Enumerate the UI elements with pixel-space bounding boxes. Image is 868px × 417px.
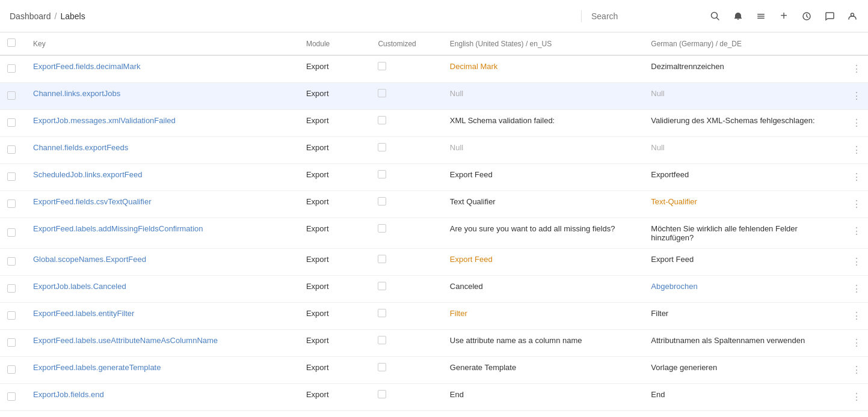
- breadcrumb-dashboard[interactable]: Dashboard: [10, 11, 51, 21]
- customized-checkbox[interactable]: [378, 170, 386, 178]
- row-key: Channel.fields.exportFeeds: [26, 137, 299, 164]
- customized-checkbox[interactable]: [378, 390, 386, 398]
- row-key: ExportFeed.labels.useAttributeNameAsColu…: [26, 330, 299, 357]
- select-all-checkbox[interactable]: [7, 38, 16, 47]
- row-checkbox[interactable]: [7, 118, 16, 127]
- row-checkbox-cell: [0, 110, 26, 137]
- key-link[interactable]: Channel.links.exportJobs: [33, 89, 120, 98]
- row-de: Abgebrochen: [644, 276, 845, 303]
- customized-checkbox[interactable]: [378, 363, 386, 371]
- key-link[interactable]: ExportFeed.labels.addMissingFieldsConfir…: [33, 224, 203, 233]
- row-checkbox[interactable]: [7, 284, 16, 293]
- row-action-menu[interactable]: ⋮: [852, 170, 861, 184]
- user-icon[interactable]: [846, 10, 858, 22]
- key-link[interactable]: ScheduledJob.links.exportFeed: [33, 170, 142, 179]
- row-checkbox[interactable]: [7, 365, 16, 374]
- key-link[interactable]: Global.scopeNames.ExportFeed: [33, 255, 146, 264]
- row-action: ⋮: [845, 249, 868, 276]
- breadcrumb: Dashboard / Labels: [10, 11, 571, 21]
- table-row: ExportFeed.labels.addMissingFieldsConfir…: [0, 218, 868, 249]
- row-checkbox-cell: [0, 357, 26, 384]
- plus-icon[interactable]: +: [778, 10, 790, 22]
- customized-checkbox[interactable]: [378, 255, 386, 263]
- row-checkbox[interactable]: [7, 91, 16, 100]
- history-icon[interactable]: [801, 10, 813, 22]
- row-action-menu[interactable]: ⋮: [852, 309, 861, 323]
- row-en: Canceled: [443, 276, 644, 303]
- key-link[interactable]: ExportJob.labels.Canceled: [33, 282, 126, 291]
- row-action-menu[interactable]: ⋮: [852, 336, 861, 350]
- row-checkbox[interactable]: [7, 172, 16, 181]
- row-action-menu[interactable]: ⋮: [852, 390, 861, 404]
- row-module: Export: [299, 249, 371, 276]
- row-action-menu[interactable]: ⋮: [852, 224, 861, 239]
- row-de: Nur Exportaufträge, die in den letzten 7…: [644, 411, 845, 418]
- table-row: ExportFeed.labels.generateTemplateExport…: [0, 357, 868, 384]
- customized-checkbox[interactable]: [378, 309, 386, 317]
- row-en: Generate Template: [443, 357, 644, 384]
- row-checkbox[interactable]: [7, 338, 16, 347]
- customized-checkbox[interactable]: [378, 89, 386, 97]
- row-action-menu[interactable]: ⋮: [852, 62, 861, 76]
- row-key: ExportJob.fields.end: [26, 384, 299, 411]
- row-checkbox[interactable]: [7, 392, 16, 401]
- row-checkbox[interactable]: [7, 64, 16, 73]
- breadcrumb-current: Labels: [60, 11, 85, 21]
- key-link[interactable]: ExportJob.fields.end: [33, 390, 104, 399]
- row-en: Decimal Mark: [443, 55, 644, 83]
- row-action-menu[interactable]: ⋮: [852, 89, 861, 103]
- row-module: Export: [299, 164, 371, 191]
- row-checkbox[interactable]: [7, 311, 16, 320]
- customized-checkbox[interactable]: [378, 197, 386, 205]
- key-link[interactable]: ExportJob.messages.xmlValidationFailed: [33, 116, 176, 125]
- chat-icon[interactable]: [823, 10, 836, 22]
- search-icon[interactable]: [709, 10, 721, 22]
- search-input[interactable]: [591, 11, 700, 21]
- table-row: ExportJob.fields.endExportEndEnd⋮: [0, 384, 868, 411]
- row-checkbox[interactable]: [7, 199, 16, 208]
- table-row: ExportJob.boolFilters.onlyExportFailed7D…: [0, 411, 868, 418]
- row-action-menu[interactable]: ⋮: [852, 255, 861, 269]
- key-link[interactable]: ExportFeed.fields.csvTextQualifier: [33, 197, 152, 206]
- row-key: Global.scopeNames.ExportFeed: [26, 249, 299, 276]
- customized-checkbox[interactable]: [378, 62, 386, 70]
- customized-checkbox[interactable]: [378, 224, 386, 233]
- row-action-menu[interactable]: ⋮: [852, 197, 861, 212]
- row-customized: [371, 137, 442, 164]
- row-checkbox[interactable]: [7, 257, 16, 266]
- row-customized: [371, 249, 442, 276]
- row-checkbox[interactable]: [7, 145, 16, 154]
- row-key: Channel.links.exportJobs: [26, 83, 299, 110]
- row-checkbox-cell: [0, 249, 26, 276]
- row-module: Export: [299, 83, 371, 110]
- list-icon[interactable]: [755, 10, 767, 22]
- customized-checkbox[interactable]: [378, 143, 386, 151]
- customized-checkbox[interactable]: [378, 116, 386, 124]
- row-checkbox-cell: [0, 137, 26, 164]
- key-link[interactable]: ExportFeed.fields.decimalMark: [33, 62, 140, 71]
- key-link[interactable]: ExportFeed.labels.entityFilter: [33, 309, 134, 318]
- key-link[interactable]: ExportFeed.labels.generateTemplate: [33, 363, 161, 372]
- row-action-menu[interactable]: ⋮: [852, 143, 861, 157]
- row-en: XML Schema validation failed:: [443, 110, 644, 137]
- search-area: +: [581, 10, 858, 22]
- row-checkbox[interactable]: [7, 228, 16, 237]
- row-module: Export: [299, 330, 371, 357]
- customized-checkbox[interactable]: [378, 336, 386, 344]
- header: Dashboard / Labels +: [0, 0, 868, 32]
- bell-icon[interactable]: [732, 10, 744, 22]
- key-link[interactable]: ExportFeed.labels.useAttributeNameAsColu…: [33, 336, 218, 345]
- row-action-menu[interactable]: ⋮: [852, 282, 861, 296]
- customized-checkbox[interactable]: [378, 282, 386, 290]
- row-customized: [371, 303, 442, 330]
- row-customized: [371, 83, 442, 110]
- row-customized: [371, 55, 442, 83]
- row-en: End: [443, 384, 644, 411]
- table-row: Global.scopeNames.ExportFeedExportExport…: [0, 249, 868, 276]
- row-customized: [371, 110, 442, 137]
- row-action-menu[interactable]: ⋮: [852, 116, 861, 130]
- svg-line-1: [717, 17, 719, 20]
- row-action-menu[interactable]: ⋮: [852, 363, 861, 377]
- key-link[interactable]: Channel.fields.exportFeeds: [33, 143, 128, 152]
- col-header-check: [0, 32, 26, 55]
